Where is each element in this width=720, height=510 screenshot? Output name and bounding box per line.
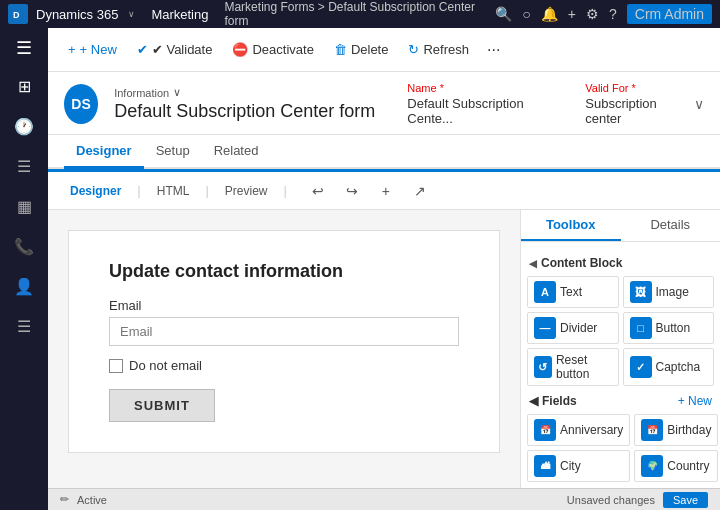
toolbox-item-birthday[interactable]: 📅 Birthday <box>634 414 718 446</box>
toolbox-tab-toolbox[interactable]: Toolbox <box>521 210 621 241</box>
email-input[interactable] <box>109 317 459 346</box>
inner-tab-html[interactable]: HTML <box>147 180 200 202</box>
entity-header: DS Information ∨ Default Subscription Ce… <box>48 72 720 135</box>
entity-name: Default Subscription Center form <box>114 101 375 122</box>
sidebar: ☰ ⊞ 🕐 ☰ ▦ 📞 👤 ☰ <box>0 28 48 510</box>
redo-button[interactable]: ↪ <box>339 178 365 204</box>
divider-block-label: Divider <box>560 321 597 335</box>
main-content: + + New ✔ ✔ Validate ⛔ Deactivate 🗑 Dele… <box>48 28 720 510</box>
refresh-button[interactable]: ↻ Refresh <box>400 38 477 61</box>
valid-for-value[interactable]: Subscription center <box>585 96 678 126</box>
birthday-label: Birthday <box>667 423 711 437</box>
name-value[interactable]: Default Subscription Cente... <box>407 96 545 126</box>
country-label: Country <box>667 459 709 473</box>
sidebar-list-icon[interactable]: ☰ <box>4 308 44 344</box>
fields-new-button[interactable]: + New <box>678 394 712 408</box>
nav-circle-icon[interactable]: ○ <box>522 6 530 22</box>
unsaved-changes-label: Unsaved changes <box>567 494 655 506</box>
do-not-email-label: Do not email <box>129 358 202 373</box>
inner-toolbar: Designer | HTML | Preview | ↩ ↪ + ↗ <box>48 172 720 210</box>
sidebar-grid-icon[interactable]: ▦ <box>4 188 44 224</box>
undo-button[interactable]: ↩ <box>305 178 331 204</box>
entity-type-chevron-icon[interactable]: ∨ <box>173 86 181 99</box>
settings-icon[interactable]: ⚙ <box>586 6 599 22</box>
more-button[interactable]: ··· <box>481 37 506 63</box>
breadcrumb: Marketing Forms > Default Subscription C… <box>224 0 487 28</box>
sidebar-menu-icon[interactable]: ☰ <box>4 32 44 64</box>
fields-arrow-icon[interactable]: ◀ <box>529 394 538 408</box>
do-not-email-checkbox[interactable] <box>109 359 123 373</box>
sidebar-home-icon[interactable]: ⊞ <box>4 68 44 104</box>
tab-designer[interactable]: Designer <box>64 135 144 169</box>
avatar: DS <box>64 84 98 124</box>
entity-type: Information ∨ <box>114 86 375 99</box>
entity-expand-icon[interactable]: ∨ <box>694 96 704 112</box>
toolbox-item-reset-button[interactable]: ↺ Reset button <box>527 348 619 386</box>
toolbox-item-image[interactable]: 🖼 Image <box>623 276 715 308</box>
delete-button[interactable]: 🗑 Delete <box>326 38 397 61</box>
toolbox-tab-details[interactable]: Details <box>621 210 721 241</box>
plus-icon[interactable]: + <box>568 6 576 22</box>
status-label: Active <box>77 494 107 506</box>
deactivate-button[interactable]: ⛔ Deactivate <box>224 38 321 61</box>
new-icon: + <box>68 42 76 57</box>
inner-toolbar-actions: ↩ ↪ + ↗ <box>305 178 433 204</box>
app-name[interactable]: Dynamics 365 <box>36 7 118 22</box>
save-button[interactable]: Save <box>663 492 708 508</box>
button-block-label: Button <box>656 321 691 335</box>
valid-for-field: Valid For * Subscription center <box>585 82 678 126</box>
toolbox-item-button[interactable]: □ Button <box>623 312 715 344</box>
form-canvas: Update contact information Email Do not … <box>68 230 500 453</box>
designer-area: Designer | HTML | Preview | ↩ ↪ + ↗ Upd <box>48 169 720 488</box>
name-label: Name * <box>407 82 545 94</box>
status-bar: ✏ Active Unsaved changes Save <box>48 488 720 510</box>
divider-block-icon: — <box>534 317 556 339</box>
expand-button[interactable]: ↗ <box>407 178 433 204</box>
bell-icon[interactable]: 🔔 <box>541 6 558 22</box>
main-layout: ☰ ⊞ 🕐 ☰ ▦ 📞 👤 ☰ + + New ✔ ✔ Validate ⛔ D… <box>0 28 720 510</box>
tab-related[interactable]: Related <box>202 135 271 169</box>
text-block-icon: A <box>534 281 556 303</box>
city-label: City <box>560 459 581 473</box>
search-icon[interactable]: 🔍 <box>495 6 512 22</box>
toolbox-tabs: Toolbox Details <box>521 210 720 242</box>
divider-3: | <box>284 183 287 198</box>
toolbox-item-divider[interactable]: — Divider <box>527 312 619 344</box>
canvas-area[interactable]: Update contact information Email Do not … <box>48 210 520 488</box>
sidebar-pinned-icon[interactable]: ☰ <box>4 148 44 184</box>
toolbox-item-anniversary[interactable]: 📅 Anniversary <box>527 414 630 446</box>
new-button[interactable]: + + New <box>60 38 125 61</box>
sidebar-phone-icon[interactable]: 📞 <box>4 228 44 264</box>
help-icon[interactable]: ? <box>609 6 617 22</box>
content-block-grid: A Text 🖼 Image — Divider <box>527 276 714 386</box>
toolbox-item-city[interactable]: 🏙 City <box>527 450 630 482</box>
anniversary-label: Anniversary <box>560 423 623 437</box>
tab-setup[interactable]: Setup <box>144 135 202 169</box>
toolbox-body: ◀ Content Block A Text 🖼 <box>521 242 720 488</box>
reset-button-block-icon: ↺ <box>534 356 552 378</box>
app-chevron-icon[interactable]: ∨ <box>128 9 135 19</box>
add-block-button[interactable]: + <box>373 178 399 204</box>
do-not-email-row: Do not email <box>109 358 459 373</box>
user-button[interactable]: Crm Admin <box>627 4 712 24</box>
inner-tab-designer[interactable]: Designer <box>60 180 131 202</box>
sidebar-user-icon[interactable]: 👤 <box>4 268 44 304</box>
command-bar: + + New ✔ ✔ Validate ⛔ Deactivate 🗑 Dele… <box>48 28 720 72</box>
text-block-label: Text <box>560 285 582 299</box>
toolbox-item-text[interactable]: A Text <box>527 276 619 308</box>
image-block-icon: 🖼 <box>630 281 652 303</box>
submit-button[interactable]: SUBMIT <box>109 389 215 422</box>
nav-actions: 🔍 ○ 🔔 + ⚙ ? Crm Admin <box>495 4 712 24</box>
inner-tab-preview[interactable]: Preview <box>215 180 278 202</box>
dynamics-logo: D <box>8 4 28 24</box>
entity-fields: Name * Default Subscription Cente... Val… <box>407 82 678 126</box>
divider-1: | <box>137 183 140 198</box>
tabs-bar: Designer Setup Related <box>48 135 720 169</box>
content-block-arrow-icon[interactable]: ◀ <box>529 258 537 269</box>
sidebar-recent-icon[interactable]: 🕐 <box>4 108 44 144</box>
toolbox-item-country[interactable]: 🌍 Country <box>634 450 718 482</box>
form-title: Update contact information <box>109 261 459 282</box>
validate-button[interactable]: ✔ ✔ Validate <box>129 38 221 61</box>
toolbox-item-captcha[interactable]: ✓ Captcha <box>623 348 715 386</box>
module-name[interactable]: Marketing <box>151 7 208 22</box>
